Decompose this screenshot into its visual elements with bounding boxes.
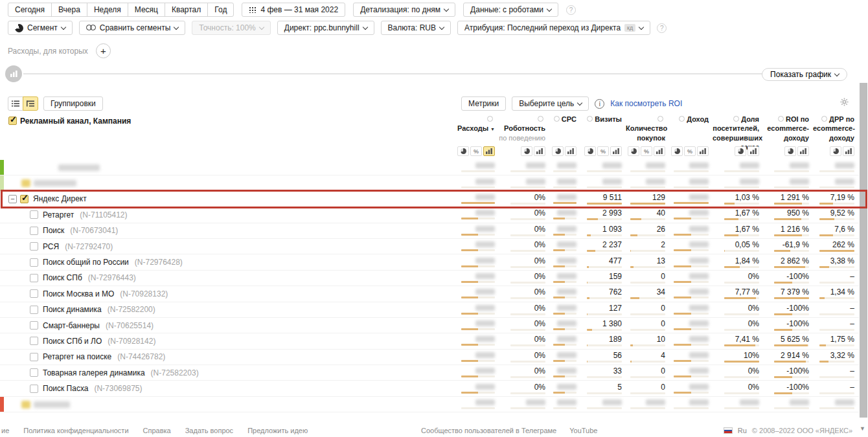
column-header-roi[interactable]: ROI по ecommerce-доходу [763,115,813,142]
campaign-row[interactable]: Поиск СПб и ЛО(N-70928142)0%189107,41 %5… [0,333,859,349]
campaign-row[interactable]: Поиск динамика(N-72582200)0%12700%-100%– [0,302,859,318]
channel-name[interactable]: Яндекс Директ [33,194,87,203]
date-preset-quarter[interactable]: Квартал [165,3,208,17]
campaign-name[interactable]: Ретаргет на поиске [43,352,111,361]
row-checkbox[interactable] [30,210,38,219]
view-bar-button[interactable] [797,146,809,156]
campaign-name[interactable]: Поиск Москва и МО [43,289,114,298]
chart-slider-handle[interactable] [5,65,22,82]
column-header-robot[interactable]: Роботностьпо поведению [499,115,549,142]
view-pie-button[interactable] [521,146,532,156]
accuracy-select[interactable]: Точность: 100% [192,21,270,35]
segment-button[interactable]: Сегмент [8,21,73,35]
column-header-revenue[interactable]: Доход [669,115,713,124]
view-bar-button[interactable] [748,146,759,156]
groupings-button[interactable]: Группировки [43,96,103,111]
campaign-row[interactable]: Смарт-баннеры(N-70625514)0%1 38000%-100%… [0,318,859,333]
date-preset-week[interactable]: Неделя [87,3,128,17]
view-pie-button[interactable] [584,146,596,156]
list-view-button[interactable] [8,96,23,111]
campaign-name[interactable]: Поиск общий по России [43,258,129,267]
redacted-row[interactable] [0,160,859,175]
campaign-row[interactable]: Поиск общий по России(N-72976428)0%47713… [0,254,859,270]
row-checkbox[interactable] [30,242,38,251]
redacted-row[interactable] [0,397,859,412]
view-pct-button[interactable]: % [641,146,652,156]
row-checkbox[interactable] [30,274,38,282]
view-pie-button[interactable] [784,146,796,156]
view-pie-button[interactable] [457,146,469,156]
campaign-row[interactable]: Поиск Москва и МО(N-70928132)0%762347,77… [0,286,859,302]
view-bar-button[interactable] [697,146,709,156]
show-chart-button[interactable]: Показать график [762,68,847,81]
row-checkbox[interactable] [30,337,38,345]
metric-help-icon[interactable] [657,116,663,122]
roi-help-link[interactable]: Как посмотреть ROI [610,99,682,108]
footer-link[interactable]: Политика конфиденциальности [23,427,128,434]
footer-link[interactable]: YouTube [569,427,597,434]
campaign-name[interactable]: Поиск [43,226,64,235]
help-icon[interactable]: ? [566,5,576,15]
row-checkbox[interactable] [30,258,38,267]
column-header-cpc[interactable]: CPC [549,115,580,124]
date-preset-today[interactable]: Сегодня [8,3,52,17]
column-header-drr[interactable]: ДРР по ecommerce-доходу [813,115,858,142]
currency-select[interactable]: Валюта: RUB [381,21,451,35]
view-pie-button[interactable] [830,146,841,156]
collapse-button[interactable]: − [8,195,17,203]
footer-link[interactable]: Справка [143,427,171,434]
metrics-button[interactable]: Метрики [461,96,506,111]
vertical-scrollbar[interactable] [860,83,867,418]
footer-link[interactable]: Задать вопрос [185,427,233,434]
footer-link[interactable]: Предложить идею [247,427,308,434]
view-bar-button[interactable] [565,146,577,156]
redacted-row[interactable] [0,175,859,191]
metric-help-icon[interactable] [487,116,493,122]
campaign-name[interactable]: Поиск Пасха [43,384,88,393]
view-bar-button[interactable] [843,146,854,156]
data-mode-select[interactable]: Данные: с роботами [463,3,558,17]
metric-help-icon[interactable] [679,116,685,122]
settings-gear-icon[interactable] [840,98,849,108]
campaign-name[interactable]: РСЯ [43,242,59,251]
date-range-button[interactable]: 4 фев — 31 мая 2022 [242,3,345,17]
view-pct-button[interactable]: % [470,146,482,156]
attribution-select[interactable]: Атрибуция: Последний переход из Директа … [457,21,650,35]
footer-link[interactable]: Сообщество пользователей в Телеграме [421,427,556,434]
tree-view-button[interactable] [23,96,38,111]
column-header-expense[interactable]: Расходы▼ [457,115,499,133]
date-preset-yesterday[interactable]: Вчера [51,3,87,17]
date-preset-year[interactable]: Год [207,3,234,17]
campaign-row[interactable]: Поиск СПб(N-72976443)0%15900%-100%– [0,271,859,286]
language-label[interactable]: Ru [738,427,747,434]
channel-row-yandex-direct[interactable]: −Яндекс Директ0%9 5111291,03 %1 291 %7,1… [0,192,859,207]
detalization-select[interactable]: Детализация: по дням [353,3,455,17]
select-all-checkbox[interactable] [8,117,17,125]
metric-help-icon[interactable] [733,116,739,122]
campaign-name[interactable]: Поиск СПб [43,273,82,282]
footer-link[interactable]: ие [1,427,9,434]
view-pie-button[interactable] [552,146,564,156]
metric-help-icon[interactable] [587,116,593,122]
campaign-row[interactable]: Ретаргет на поиске(N-74426782)0%56410%2 … [0,350,859,365]
campaign-name[interactable]: Товарная галерея динамика [43,368,145,377]
goal-select[interactable]: Выберите цель [512,96,589,111]
help-icon[interactable]: ? [657,23,667,33]
view-pie-button[interactable] [671,146,683,156]
row-checkbox[interactable] [30,306,38,314]
campaign-row[interactable]: Поиск Пасха(N-73069875)0%500%-100%– [0,381,859,396]
campaign-row[interactable]: Товарная галерея динамика(N-72582203)0%3… [0,365,859,381]
campaign-name[interactable]: Поиск СПб и ЛО [43,337,102,346]
campaign-name[interactable]: Смарт-баннеры [43,321,100,330]
campaign-row[interactable]: Поиск(N-70673041)0%1 093261,67 %1 216 %7… [0,223,859,239]
campaign-name[interactable]: Поиск динамика [43,305,102,314]
add-expense-filter-button[interactable]: + [96,43,111,58]
row-checkbox[interactable] [30,289,38,298]
date-preset-month[interactable]: Месяц [128,3,165,17]
metric-help-icon[interactable] [538,116,543,122]
column-header-purchases[interactable]: Количество покупок [626,115,669,142]
metric-help-icon[interactable] [778,116,784,122]
view-bar-button[interactable] [610,146,622,156]
view-bar-button[interactable] [654,146,665,156]
row-checkbox[interactable] [30,353,38,361]
